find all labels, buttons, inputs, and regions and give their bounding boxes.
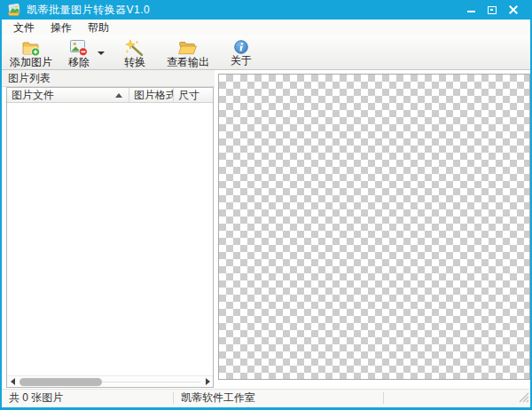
title-bar: 凯蒂批量图片转换器V1.0: [0, 0, 532, 20]
preview-panel: [218, 74, 530, 380]
menu-item-help[interactable]: 帮助: [80, 20, 117, 36]
status-spacer: [383, 392, 530, 404]
scrollbar-thumb[interactable]: [20, 378, 102, 386]
remove-dropdown-button[interactable]: [94, 37, 107, 68]
open-folder-icon: [177, 39, 199, 57]
column-header-image-format[interactable]: 图片格式: [129, 88, 174, 102]
list-header-row: 图片文件 图片格式 尺寸: [7, 88, 213, 103]
add-images-label: 添加图片: [10, 57, 52, 68]
status-image-count: 共 0 张图片: [2, 390, 173, 406]
resize-grip-icon[interactable]: [518, 391, 529, 406]
menu-item-file[interactable]: 文件: [5, 20, 43, 36]
column-header-size-label: 尺寸: [178, 88, 200, 102]
view-output-label: 查看输出: [167, 57, 209, 68]
about-label: 关于: [231, 55, 252, 67]
menu-bar: 文件 操作 帮助: [2, 20, 530, 35]
about-button[interactable]: 关于: [226, 37, 256, 68]
sort-ascending-icon: [115, 93, 122, 98]
maximize-icon: [488, 6, 497, 14]
remove-button[interactable]: 移除: [64, 37, 94, 68]
folder-add-icon: [21, 39, 41, 57]
horizontal-scrollbar[interactable]: [7, 375, 213, 387]
column-header-image-file[interactable]: 图片文件: [7, 88, 129, 102]
remove-label: 移除: [68, 57, 90, 68]
view-output-button[interactable]: 查看输出: [162, 37, 214, 68]
status-vendor: 凯蒂软件工作室: [173, 392, 383, 404]
arrow-left-icon: [11, 378, 15, 385]
status-bar: 共 0 张图片 凯蒂软件工作室: [2, 389, 530, 406]
minimize-icon: [467, 11, 475, 12]
minimize-button[interactable]: [463, 3, 479, 17]
image-list-caption: 图片列表: [2, 70, 215, 87]
maximize-button[interactable]: [484, 3, 500, 17]
scroll-right-button[interactable]: [202, 376, 213, 388]
magic-wand-icon: [125, 39, 145, 57]
app-icon: [7, 4, 21, 16]
info-icon: [233, 39, 249, 55]
close-button[interactable]: [505, 3, 521, 17]
window-title: 凯蒂批量图片转换器V1.0: [27, 3, 150, 18]
column-header-image-file-label: 图片文件: [12, 88, 54, 102]
app-window: 凯蒂批量图片转换器V1.0 文件 操作 帮助 添加图片: [0, 0, 532, 410]
image-list-body[interactable]: [7, 103, 213, 375]
convert-label: 转换: [124, 57, 145, 68]
image-list-panel: 图片文件 图片格式 尺寸: [6, 87, 214, 388]
image-list-caption-label: 图片列表: [8, 71, 51, 86]
scroll-left-button[interactable]: [7, 376, 18, 388]
menu-item-actions[interactable]: 操作: [43, 20, 80, 36]
column-header-image-format-label: 图片格式: [134, 88, 174, 102]
image-remove-icon: [69, 39, 89, 57]
close-icon: [509, 5, 518, 14]
chevron-down-icon: [98, 51, 105, 55]
add-images-button[interactable]: 添加图片: [5, 37, 57, 68]
toolbar: 添加图片 移除: [2, 35, 530, 70]
column-header-size[interactable]: 尺寸: [174, 88, 213, 102]
arrow-right-icon: [206, 378, 210, 385]
window-controls: [463, 3, 527, 17]
convert-button[interactable]: 转换: [120, 37, 150, 68]
